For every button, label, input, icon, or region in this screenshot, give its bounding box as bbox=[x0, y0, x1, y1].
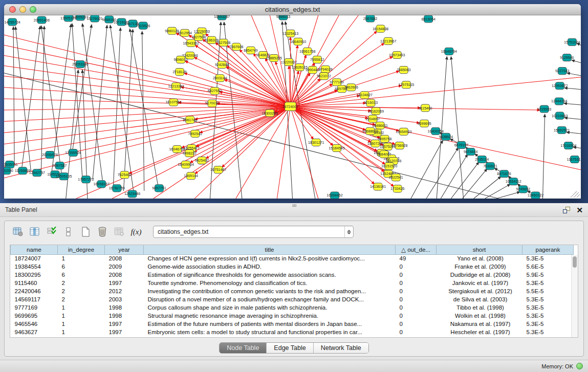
table-settings-icon[interactable] bbox=[12, 226, 24, 238]
close-window-button[interactable] bbox=[9, 6, 16, 13]
graph-node[interactable]: 12450122 bbox=[528, 192, 543, 199]
graph-node[interactable]: 18301271 bbox=[308, 139, 324, 146]
zoom-window-button[interactable] bbox=[30, 6, 36, 13]
graph-node[interactable]: 12923446 bbox=[124, 190, 140, 198]
graph-node[interactable]: 8471676 bbox=[497, 170, 511, 178]
column-header[interactable]: △ out_de... bbox=[396, 245, 437, 254]
graph-node[interactable]: 9457791 bbox=[152, 185, 166, 192]
graph-node[interactable]: 17975115 bbox=[398, 81, 414, 89]
table-row[interactable]: 2242004622012Investigating the contribut… bbox=[11, 287, 574, 295]
column-header[interactable]: in_degree bbox=[58, 245, 105, 254]
graph-node[interactable]: 8961748 bbox=[183, 116, 197, 123]
graph-node[interactable]: 18107554 bbox=[165, 99, 181, 106]
graph-node[interactable]: 12213383 bbox=[168, 83, 184, 90]
graph-node[interactable]: 15276021 bbox=[86, 15, 102, 22]
memory-status-indicator[interactable] bbox=[576, 363, 583, 369]
show-column-icon[interactable] bbox=[29, 226, 41, 238]
graph-node[interactable]: 13325413 bbox=[282, 30, 298, 37]
table-row[interactable]: 1872400712008Changes of HCN gene express… bbox=[11, 254, 574, 262]
graph-node[interactable]: 7892541 bbox=[188, 130, 202, 137]
graph-node[interactable]: 11675312 bbox=[567, 156, 581, 163]
table-row[interactable]: 1456911722003Disruption of a novel membe… bbox=[11, 295, 574, 303]
network-view[interactable]: 18724007 14055724 20891406 13505131 1065… bbox=[4, 15, 581, 199]
graph-node[interactable]: 7955812 bbox=[310, 56, 324, 63]
graph-node[interactable]: 10654112 bbox=[506, 178, 521, 185]
function-builder-icon[interactable]: f(x) bbox=[130, 226, 142, 238]
graph-node[interactable]: 9366013 bbox=[276, 15, 290, 20]
minimize-window-button[interactable] bbox=[19, 6, 26, 13]
graph-node[interactable]: 2087682 bbox=[363, 15, 377, 22]
graph-node[interactable]: 18724007 bbox=[282, 102, 298, 111]
float-panel-icon[interactable] bbox=[563, 207, 570, 213]
graph-node[interactable]: 9245652 bbox=[516, 186, 530, 193]
table-row[interactable]: 946362711997Embryonic stem cells: a mode… bbox=[11, 328, 574, 336]
graph-node[interactable]: 19654923 bbox=[396, 128, 411, 135]
graph-node[interactable]: 10210643 bbox=[552, 112, 568, 119]
table-scrollbar[interactable] bbox=[571, 255, 578, 337]
graph-node[interactable]: 16751447 bbox=[210, 166, 226, 173]
graph-node[interactable]: 16934452 bbox=[326, 192, 342, 199]
column-header[interactable]: short bbox=[437, 245, 522, 254]
graph-node[interactable]: 12093872 bbox=[552, 82, 568, 90]
graph-node[interactable]: 9990443 bbox=[306, 67, 319, 74]
graph-node[interactable]: 12444194 bbox=[551, 98, 567, 105]
window-titlebar[interactable]: citations_edges.txt bbox=[4, 4, 581, 15]
graph-node[interactable]: 17359924 bbox=[65, 149, 81, 156]
graph-node[interactable]: 9227343 bbox=[555, 68, 569, 75]
graph-node[interactable]: 17957272 bbox=[78, 176, 94, 183]
new-table-icon[interactable] bbox=[79, 226, 92, 238]
table-row[interactable]: 969969511998Structural magnetic resonanc… bbox=[11, 312, 574, 320]
graph-node[interactable]: 17016504 bbox=[560, 142, 576, 149]
graph-node[interactable]: 7625402 bbox=[118, 171, 132, 179]
delete-table-icon[interactable] bbox=[96, 226, 108, 238]
graph-node[interactable]: 1733426 bbox=[390, 185, 404, 192]
resize-grip-icon[interactable] bbox=[571, 191, 580, 198]
table-row[interactable]: 1938455462009Genome-wide association stu… bbox=[11, 262, 574, 271]
graph-node[interactable]: 11156869 bbox=[15, 167, 30, 174]
graph-node[interactable]: 16958167 bbox=[94, 181, 110, 188]
graph-node[interactable]: 10553287 bbox=[214, 15, 230, 20]
graph-node[interactable]: 16154838 bbox=[373, 25, 388, 32]
graph-node[interactable]: 5621072 bbox=[317, 73, 331, 80]
tab-node-table[interactable]: Node Table bbox=[220, 343, 267, 353]
close-panel-icon[interactable]: ✕ bbox=[576, 206, 583, 214]
select-all-icon[interactable] bbox=[46, 226, 58, 238]
graph-node[interactable]: 15751074 bbox=[564, 38, 580, 46]
graph-node[interactable]: 16782759 bbox=[109, 185, 125, 192]
rows-icon[interactable] bbox=[62, 226, 75, 238]
graph-node[interactable]: 16104627 bbox=[357, 92, 373, 99]
graph-node[interactable]: 20891406 bbox=[34, 16, 50, 24]
column-header[interactable]: title bbox=[144, 245, 396, 254]
table-row[interactable]: 977716911998Corpus callosum shape and si… bbox=[11, 303, 574, 312]
graph-node[interactable]: 16648794 bbox=[441, 48, 457, 55]
tab-edge-table[interactable]: Edge Table bbox=[267, 343, 313, 353]
column-header[interactable]: year bbox=[105, 245, 144, 254]
graph-node[interactable]: 9699695 bbox=[417, 120, 431, 127]
table-row[interactable]: 1830029562008Estimation of significance … bbox=[11, 271, 574, 279]
graph-node[interactable]: 14136141 bbox=[370, 183, 386, 190]
table-select-dropdown[interactable]: citations_edges.txt bbox=[153, 226, 354, 238]
graph-node[interactable]: 13220337 bbox=[281, 58, 297, 65]
graph-node[interactable]: 16640910 bbox=[290, 38, 306, 45]
column-header[interactable]: name bbox=[11, 245, 58, 254]
column-header[interactable]: pagerank bbox=[522, 245, 574, 254]
graph-node[interactable]: 3216013 bbox=[364, 99, 378, 106]
graph-node[interactable]: 15692971 bbox=[554, 126, 570, 134]
graph-node[interactable]: 8427552 bbox=[208, 87, 222, 95]
graph-node[interactable]: 8813054 bbox=[421, 15, 435, 23]
graph-node[interactable]: 15184545 bbox=[329, 144, 344, 151]
graph-node[interactable]: 16961758 bbox=[299, 48, 315, 55]
graph-node[interactable]: 9115460 bbox=[419, 104, 432, 112]
graph-node[interactable]: 12213967 bbox=[380, 37, 396, 45]
tab-network-table[interactable]: Network Table bbox=[314, 343, 368, 353]
panel-splitter-grip[interactable] bbox=[292, 204, 296, 207]
graph-node[interactable]: 9215953 bbox=[537, 105, 551, 113]
table-scrollbar-thumb[interactable] bbox=[573, 256, 577, 268]
graph-node[interactable]: 1469144 bbox=[184, 172, 198, 180]
graph-node[interactable]: 2718126 bbox=[172, 69, 186, 76]
graph-node[interactable]: 12942757 bbox=[29, 169, 45, 177]
graph-node[interactable]: 16162069 bbox=[368, 107, 384, 115]
graph-node[interactable]: 7485063 bbox=[397, 67, 410, 74]
graph-node[interactable]: 14055724 bbox=[4, 18, 20, 26]
graph-node[interactable]: 2803144 bbox=[213, 75, 227, 82]
